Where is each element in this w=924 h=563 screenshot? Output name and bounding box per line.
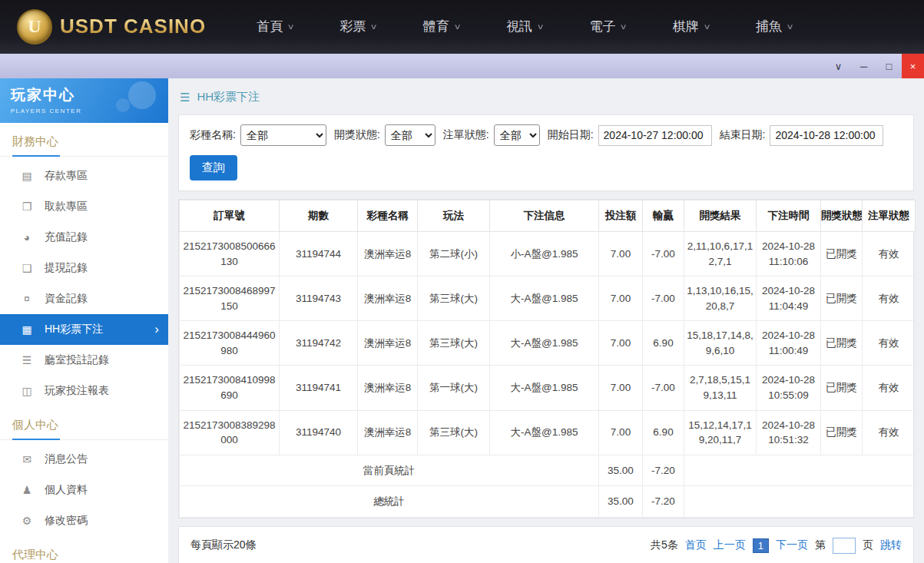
logo-coin-icon: U [17, 9, 52, 45]
cell-order-status: 有效 [863, 232, 916, 277]
sidebar-item-hh-lottery-bets[interactable]: ▦HH彩票下注› [0, 314, 168, 345]
room-bet-record-icon: ☰ [20, 354, 34, 366]
cell-play-type: 第三球(大) [418, 410, 490, 455]
nav-item-4[interactable]: 視訊∨ [506, 18, 543, 35]
search-button[interactable]: 查詢 [190, 155, 237, 180]
withdraw-icon: ❒ [20, 200, 34, 213]
column-header-win-loss: 輸贏 [643, 200, 684, 232]
table-row: 215217300846899715031194743澳洲幸运8第三球(大)大-… [180, 277, 916, 321]
sidebar-item-label: 修改密碼 [45, 514, 88, 528]
cell-bet-info: 大-A盤@1.985 [490, 321, 599, 366]
chevron-down-icon: ∨ [287, 22, 295, 31]
collapse-button[interactable]: ∨ [826, 54, 851, 78]
cell-draw-status: 已開獎 [821, 232, 863, 277]
close-icon: × [910, 61, 916, 72]
cell-bet-amount: 7.00 [599, 232, 643, 277]
cell-draw-status: 已開獎 [821, 321, 863, 366]
cell-win-loss: -7.00 [643, 366, 684, 410]
next-page-link[interactable]: 下一页 [776, 538, 808, 552]
lottery-name-select[interactable]: 全部 [240, 124, 326, 146]
nav-item-6[interactable]: 棋牌∨ [673, 18, 710, 35]
cell-bet-amount: 7.00 [599, 277, 643, 321]
end-date-input[interactable] [770, 125, 883, 146]
cell-order-no: 2152173008444960980 [180, 321, 280, 366]
sidebar-item-withdrawal-records[interactable]: ❑提現記錄 [0, 253, 168, 283]
sidebar-section-title: 代理中心 [0, 536, 168, 563]
cell-draw-result: 2,7,18,5,15,19,13,11 [684, 366, 757, 410]
page-size-text: 每頁顯示20條 [190, 538, 257, 552]
cell-issue-no: 31194742 [280, 321, 358, 366]
sidebar-item-label: 消息公告 [45, 452, 88, 466]
maximize-button[interactable]: □ [876, 54, 902, 78]
chevron-down-icon: ∨ [703, 22, 710, 31]
nav-item-5[interactable]: 電子∨ [589, 18, 626, 35]
filter-panel: 彩種名稱: 全部 開獎狀態: 全部 注單狀態: 全部 [178, 114, 914, 191]
cell-draw-status: 已開獎 [821, 277, 863, 321]
cell-issue-no: 31194744 [280, 232, 358, 277]
cell-draw-result: 15,18,17,14,8,9,6,10 [684, 321, 757, 366]
column-header-order-no: 訂單號 [180, 200, 280, 232]
close-button[interactable]: × [902, 54, 924, 78]
cell-bet-time: 2024-10-28 10:55:09 [757, 366, 821, 410]
table-row: 215217300850066613031194744澳洲幸运8第二球(小)小-… [180, 232, 916, 277]
summary-row: 總統計35.00-7.20 [180, 486, 916, 518]
cell-order-status: 有效 [863, 410, 916, 455]
order-status-select[interactable]: 全部 [494, 124, 540, 146]
cell-win-loss: 6.90 [643, 410, 684, 455]
lottery-name-label: 彩種名稱: [190, 128, 236, 142]
jump-prefix-text: 第 [815, 538, 826, 552]
cell-bet-amount: 7.00 [599, 366, 643, 410]
sidebar-section-title: 財務中心 [0, 123, 168, 157]
app-body: 玩家中心 PLAYERS CENTER 財務中心▤存款專區❒取款專區◕充值記錄❑… [0, 78, 924, 563]
draw-status-select[interactable]: 全部 [385, 124, 436, 146]
jump-suffix-text: 页 [863, 538, 873, 552]
cell-order-no: 2152173008389298000 [180, 410, 280, 455]
section-title-text: 財務中心 [12, 134, 58, 147]
sidebar-item-player-bet-report[interactable]: ◫玩家投注報表 [0, 376, 168, 406]
cell-bet-info: 小-A盤@1.985 [490, 232, 599, 277]
minimize-button[interactable]: ─ [851, 54, 876, 78]
draw-status-label: 開獎狀態: [334, 128, 380, 142]
cell-order-status: 有效 [863, 277, 916, 321]
cell-play-type: 第三球(大) [418, 321, 490, 366]
site-logo[interactable]: U USDT CASINO [17, 9, 206, 45]
cell-order-no: 2152173008500666130 [180, 232, 280, 277]
start-date-input[interactable] [598, 125, 712, 146]
main-nav: 首頁∨彩票∨體育∨視訊∨電子∨棋牌∨捕魚∨ [257, 18, 793, 35]
cell-lottery-name: 澳洲幸运8 [358, 366, 418, 410]
cell-bet-time: 2024-10-28 11:04:49 [757, 277, 821, 321]
lottery-bet-icon: ▦ [20, 323, 34, 336]
sidebar-item-fund-records[interactable]: ¤資金記錄 [0, 283, 168, 314]
cell-order-no: 2152173008410998690 [180, 366, 280, 410]
nav-item-2[interactable]: 彩票∨ [339, 18, 376, 35]
sidebar-item-change-password[interactable]: ⚙修改密碼 [0, 505, 168, 536]
sidebar-item-label: 存款專區 [45, 169, 88, 183]
cell-lottery-name: 澳洲幸运8 [358, 410, 418, 455]
sidebar-item-announcements[interactable]: ✉消息公告 [0, 444, 168, 475]
breadcrumb: ☰ HH彩票下注 [178, 85, 914, 114]
sidebar-item-room-bet-records[interactable]: ☰廳室投註記錄 [0, 345, 168, 376]
nav-item-3[interactable]: 體育∨ [423, 18, 460, 35]
nav-item-1[interactable]: 首頁∨ [257, 18, 293, 35]
prev-page-link[interactable]: 上一页 [714, 538, 746, 552]
menu-icon[interactable]: ☰ [180, 91, 190, 104]
withdrawal-record-icon: ❑ [20, 262, 34, 274]
cell-draw-result: 1,13,10,16,15,20,8,7 [684, 277, 757, 321]
pager: 共5条 首页 上一页 1 下一页 第 页 跳转 [651, 538, 902, 554]
column-header-draw-status: 開獎狀態 [821, 200, 863, 232]
first-page-link[interactable]: 首页 [685, 538, 707, 552]
sidebar-item-label: 提現記錄 [45, 261, 88, 275]
cell-order-status: 有效 [863, 321, 916, 366]
jump-link[interactable]: 跳转 [880, 538, 902, 552]
page-jump-input[interactable] [833, 538, 856, 554]
current-page-button[interactable]: 1 [753, 538, 769, 553]
table-row: 215217300838929800031194740澳洲幸运8第三球(大)大-… [180, 410, 916, 455]
sidebar-item-deposit[interactable]: ▤存款專區 [0, 161, 168, 191]
nav-item-7[interactable]: 捕魚∨ [756, 18, 793, 35]
cell-play-type: 第二球(小) [418, 232, 490, 277]
gear-icon: ⚙ [20, 515, 34, 527]
sidebar-item-withdraw[interactable]: ❒取款專區 [0, 191, 168, 222]
sidebar-item-profile[interactable]: ♟個人資料 [0, 475, 168, 505]
cell-win-loss: -7.00 [643, 232, 684, 277]
sidebar-item-recharge-records[interactable]: ◕充值記錄 [0, 222, 168, 253]
